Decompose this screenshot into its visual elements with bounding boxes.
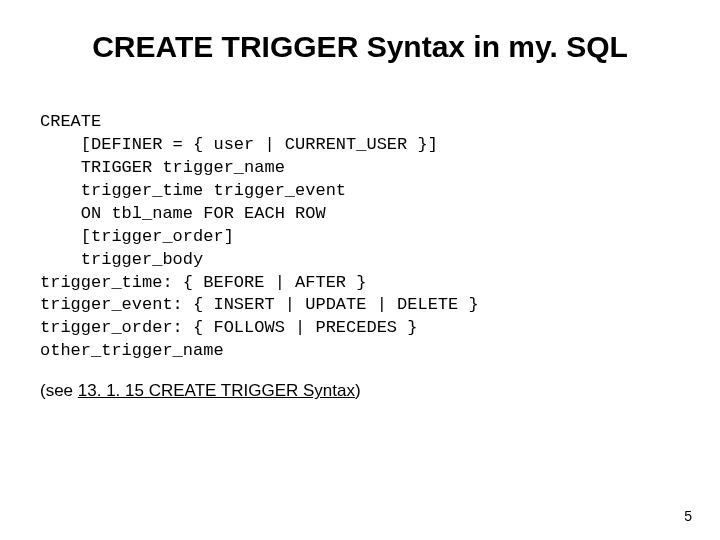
code-line: [DEFINER = { user | CURRENT_USER }] — [40, 135, 438, 154]
reference-link[interactable]: 13. 1. 15 CREATE TRIGGER Syntax — [78, 381, 355, 400]
code-line: CREATE — [40, 112, 101, 131]
code-line: trigger_time: { BEFORE | AFTER } — [40, 273, 366, 292]
ref-prefix: (see — [40, 381, 78, 400]
ref-suffix: ) — [355, 381, 361, 400]
code-block: CREATE [DEFINER = { user | CURRENT_USER … — [40, 88, 680, 363]
code-line: trigger_time trigger_event — [40, 181, 346, 200]
code-line: TRIGGER trigger_name — [40, 158, 285, 177]
code-line: ON tbl_name FOR EACH ROW — [40, 204, 326, 223]
code-line: other_trigger_name — [40, 341, 224, 360]
code-line: trigger_event: { INSERT | UPDATE | DELET… — [40, 295, 479, 314]
code-line: trigger_body — [40, 250, 203, 269]
page-number: 5 — [684, 508, 692, 524]
reference-line: (see 13. 1. 15 CREATE TRIGGER Syntax) — [40, 381, 680, 401]
page-title: CREATE TRIGGER Syntax in my. SQL — [40, 30, 680, 64]
code-line: [trigger_order] — [40, 227, 234, 246]
code-line: trigger_order: { FOLLOWS | PRECEDES } — [40, 318, 417, 337]
